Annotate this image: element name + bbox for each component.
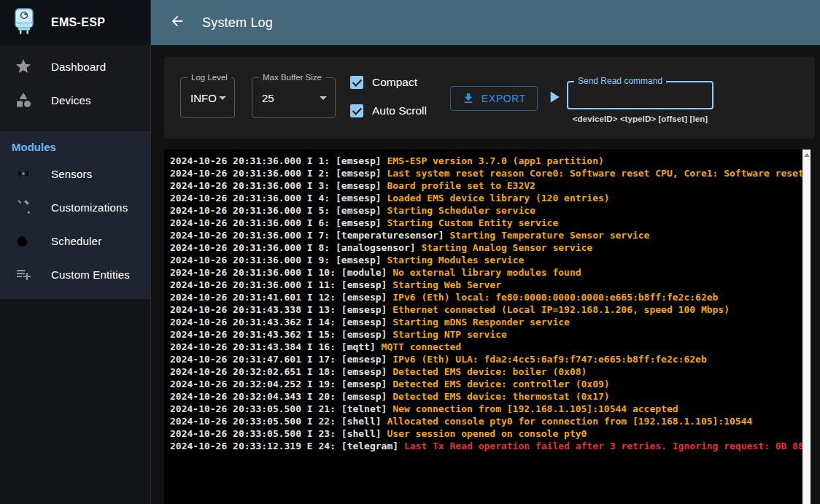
log-level-label: Log Level <box>187 73 231 82</box>
log-level-select[interactable]: Log Level INFO <box>180 77 235 118</box>
log-line: 2024-10-26 20:31:36.000 I 2: [emsesp] La… <box>170 167 811 179</box>
chevron-down-icon <box>219 96 226 100</box>
download-icon <box>462 92 475 105</box>
sensors-icon <box>15 165 32 182</box>
category-icon <box>15 91 32 109</box>
log-line: 2024-10-26 20:31:47.601 I 17: [emsesp] I… <box>170 353 811 365</box>
log-line: 2024-10-26 20:31:36.000 I 4: [emsesp] Lo… <box>170 192 811 204</box>
sidebar-item-sensors[interactable]: Sensors <box>0 157 150 190</box>
log-line: 2024-10-26 20:31:36.000 I 3: [emsesp] Bo… <box>170 179 811 192</box>
log-line: 2024-10-26 20:33:12.319 E 24: [telegram]… <box>170 440 811 452</box>
play-arrow-icon <box>544 88 563 106</box>
sidebar-item-label: Custom Entities <box>51 268 130 281</box>
sidebar-item-devices[interactable]: Devices <box>0 83 150 117</box>
auto-scroll-checkbox-row[interactable]: Auto Scroll <box>350 104 427 117</box>
export-button[interactable]: EXPORT <box>450 86 538 111</box>
log-line: 2024-10-26 20:33:05.500 I 22: [shell] Al… <box>170 415 811 427</box>
send-read-command-helper: <deviceID> <typeID> [offset] [len] <box>562 115 719 123</box>
sidebar-item-label: Customizations <box>51 201 128 214</box>
sidebar-item-label: Scheduler <box>51 235 101 247</box>
chevron-down-icon <box>320 96 327 100</box>
log-line: 2024-10-26 20:31:43.362 I 15: [emsesp] S… <box>170 328 811 341</box>
back-button[interactable] <box>169 14 186 31</box>
log-lines: 2024-10-26 20:31:36.000 I 1: [emsesp] EM… <box>164 150 811 452</box>
log-line: 2024-10-26 20:31:41.601 I 12: [emsesp] I… <box>170 291 811 303</box>
max-buffer-size-label: Max Buffer Size <box>259 73 325 82</box>
log-line: 2024-10-26 20:31:36.000 I 11: [emsesp] S… <box>170 279 811 291</box>
log-line: 2024-10-26 20:31:43.338 I 13: [emsesp] E… <box>170 303 811 316</box>
app-logo-block: EMS-ESP <box>0 0 150 46</box>
scroll-up-icon <box>804 153 810 157</box>
boiler-logo-icon <box>13 7 35 38</box>
log-controls-panel: Log Level INFO Max Buffer Size 25 Compac… <box>164 57 815 139</box>
send-command-button[interactable] <box>544 86 563 108</box>
log-line: 2024-10-26 20:32:04.252 I 19: [emsesp] D… <box>170 378 811 390</box>
modules-section-title: Modules <box>0 131 150 157</box>
sidebar-item-label: Dashboard <box>51 61 106 73</box>
schedule-add-icon <box>15 232 32 249</box>
app-bar: System Log <box>151 0 820 45</box>
sidebar-item-customizations[interactable]: Customizations <box>0 190 150 224</box>
log-line: 2024-10-26 20:31:36.000 I 10: [module] N… <box>170 266 811 279</box>
auto-scroll-checkbox[interactable] <box>350 104 363 117</box>
log-line: 2024-10-26 20:31:36.000 I 8: [analogsens… <box>170 241 811 254</box>
log-line: 2024-10-26 20:31:36.000 I 5: [emsesp] St… <box>170 204 811 217</box>
sidebar-modules-section: Modules Sensors <box>0 131 150 299</box>
construction-icon <box>15 198 32 216</box>
log-level-value: INFO <box>190 92 217 104</box>
log-scrollbar[interactable] <box>802 150 811 504</box>
app-name: EMS-ESP <box>51 16 105 29</box>
page-title: System Log <box>202 15 273 31</box>
compact-checkbox-row[interactable]: Compact <box>350 76 417 89</box>
send-read-command-input[interactable] <box>571 84 709 106</box>
log-line: 2024-10-26 20:31:36.000 I 1: [emsesp] EM… <box>170 155 811 167</box>
sidebar-nav: Dashboard Devices <box>0 45 150 131</box>
star-icon <box>15 58 32 75</box>
send-read-command-field: Send Read command <box>567 81 713 109</box>
max-buffer-size-value: 25 <box>262 92 274 104</box>
log-line: 2024-10-26 20:31:36.000 I 7: [temperatur… <box>170 229 811 241</box>
playlist-add-icon <box>15 265 32 283</box>
sidebar-item-scheduler[interactable]: Scheduler <box>0 224 150 257</box>
max-buffer-size-select[interactable]: Max Buffer Size 25 <box>252 77 336 118</box>
log-line: 2024-10-26 20:32:02.651 I 18: [emsesp] D… <box>170 365 811 378</box>
compact-checkbox-label: Compact <box>372 76 417 89</box>
log-line: 2024-10-26 20:33:05.500 I 21: [telnet] N… <box>170 403 811 415</box>
log-line: 2024-10-26 20:32:04.343 I 20: [emsesp] D… <box>170 390 811 403</box>
arrow-back-icon <box>169 13 185 32</box>
auto-scroll-checkbox-label: Auto Scroll <box>372 104 427 117</box>
sidebar-item-custom-entities[interactable]: Custom Entities <box>0 257 150 291</box>
log-line: 2024-10-26 20:31:43.384 I 16: [mqtt] MQT… <box>170 341 811 353</box>
log-line: 2024-10-26 20:31:36.000 I 9: [emsesp] St… <box>170 254 811 266</box>
log-line: 2024-10-26 20:31:43.362 I 14: [emsesp] S… <box>170 316 811 328</box>
log-line: 2024-10-26 20:33:05.500 I 23: [shell] Us… <box>170 427 811 440</box>
system-log-console: 2024-10-26 20:31:36.000 I 1: [emsesp] EM… <box>164 150 811 504</box>
sidebar-item-label: Sensors <box>51 168 92 180</box>
sidebar: EMS-ESP Dashboard Devices Modules <box>0 0 151 504</box>
compact-checkbox[interactable] <box>350 76 363 89</box>
sidebar-item-label: Devices <box>51 94 91 106</box>
export-button-label: EXPORT <box>481 93 526 104</box>
log-line: 2024-10-26 20:31:36.000 I 6: [emsesp] St… <box>170 217 811 229</box>
sidebar-item-dashboard[interactable]: Dashboard <box>0 50 150 83</box>
